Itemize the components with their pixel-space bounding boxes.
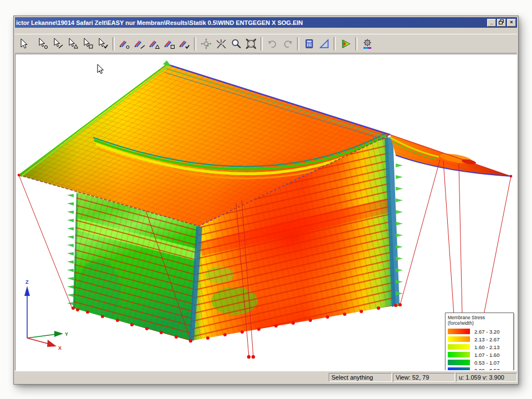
draw-check-button[interactable]: [177, 36, 192, 52]
select-check-icon: [97, 38, 109, 50]
axis-x-label: X: [58, 345, 62, 351]
draw-line-button[interactable]: [132, 36, 147, 52]
redo-button[interactable]: [280, 36, 295, 52]
draw-triangle-icon: [149, 38, 161, 50]
display-settings-button[interactable]: [360, 36, 375, 52]
title-bar[interactable]: ictor Lekanne\19014 Safari Zelt\EASY nur…: [15, 17, 517, 28]
legend-swatch: [448, 344, 470, 350]
status-message: Select anything: [329, 373, 392, 382]
draw-square-icon: [163, 38, 176, 50]
draw-point-button[interactable]: [117, 36, 132, 52]
menu-strip: [15, 28, 517, 34]
select-triangle-icon: [67, 38, 79, 50]
calculator-button[interactable]: [301, 36, 316, 52]
roof-wing: [390, 135, 511, 176]
legend-swatch: [448, 367, 470, 371]
status-uv: u: 1.059 v: 3.900: [456, 373, 517, 382]
legend-swatch: [448, 329, 470, 334]
fit-view-button[interactable]: [243, 36, 258, 52]
measure-button[interactable]: [316, 36, 331, 52]
legend-row: 2.13 - 2.67: [448, 335, 511, 343]
legend-row: 0.00 - 0.53: [448, 366, 511, 371]
select-square-button[interactable]: [80, 36, 95, 52]
orbit-button[interactable]: [198, 36, 213, 52]
measure-icon: [318, 38, 330, 50]
undo-icon: [267, 38, 279, 50]
draw-square-button[interactable]: [162, 36, 177, 52]
restore-button[interactable]: [497, 19, 506, 27]
legend-swatch: [448, 360, 470, 365]
select-arrow-icon: [18, 38, 30, 50]
status-bar: Select anything View: 52, 79 u: 1.059 v:…: [15, 371, 517, 385]
draw-triangle-button[interactable]: [147, 36, 162, 52]
select-line-icon: [52, 38, 64, 50]
render-button[interactable]: [338, 36, 353, 52]
zoom-target-icon: [215, 38, 227, 50]
legend-row: 1.07 - 1.60: [448, 351, 511, 359]
close-button[interactable]: ×: [507, 19, 516, 27]
axis-y-label: Y: [65, 331, 68, 337]
zoom-target-button[interactable]: [213, 36, 228, 52]
legend-title: Membrane Stress (force/width): [448, 315, 511, 326]
legend-row: 0.53 - 1.07: [448, 359, 511, 366]
toolbar: [15, 34, 517, 53]
viewport-3d[interactable]: Z Y X Membrane Stress (force/width) 2.67…: [15, 54, 517, 371]
status-spacer: [15, 373, 328, 382]
display-settings-icon: [361, 38, 374, 50]
legend-row: 2.67 - 3.20: [448, 328, 511, 335]
select-square-icon: [82, 38, 94, 50]
select-triangle-button[interactable]: [65, 36, 80, 52]
select-check-button[interactable]: [95, 36, 110, 52]
status-view: View: 52, 79: [393, 373, 455, 382]
fit-view-icon: [245, 38, 257, 50]
window-title: ictor Lekanne\19014 Safari Zelt\EASY nur…: [16, 19, 485, 26]
legend-row: 1.60 - 2.13: [448, 343, 511, 351]
select-point-button[interactable]: [35, 36, 50, 52]
scene-3d: Z Y X: [16, 54, 516, 368]
cursor-arrow: [98, 64, 104, 74]
select-point-icon: [37, 38, 49, 50]
draw-line-icon: [134, 38, 146, 50]
draw-point-icon: [119, 38, 131, 50]
axis-triad: Z Y X: [24, 279, 68, 351]
app-window: ictor Lekanne\19014 Safari Zelt\EASY nur…: [13, 16, 519, 385]
zoom-icon: [230, 38, 242, 50]
orbit-icon: [200, 38, 212, 50]
calculator-icon: [303, 38, 315, 50]
zoom-button[interactable]: [228, 36, 243, 52]
select-arrow-button[interactable]: [16, 36, 31, 52]
window-controls: _ ×: [487, 19, 516, 27]
draw-check-icon: [178, 38, 191, 50]
minimize-button[interactable]: _: [487, 19, 496, 27]
axis-z-label: Z: [25, 279, 29, 285]
select-line-button[interactable]: [50, 36, 65, 52]
desktop: ictor Lekanne\19014 Safari Zelt\EASY nur…: [0, 0, 532, 399]
legend-swatch: [448, 352, 470, 357]
restore-icon: [499, 19, 504, 24]
render-icon: [340, 38, 352, 50]
redo-icon: [282, 38, 294, 50]
undo-button[interactable]: [265, 36, 280, 52]
legend-membrane-stress: Membrane Stress (force/width) 2.67 - 3.2…: [445, 313, 514, 371]
legend-swatch: [448, 336, 470, 342]
